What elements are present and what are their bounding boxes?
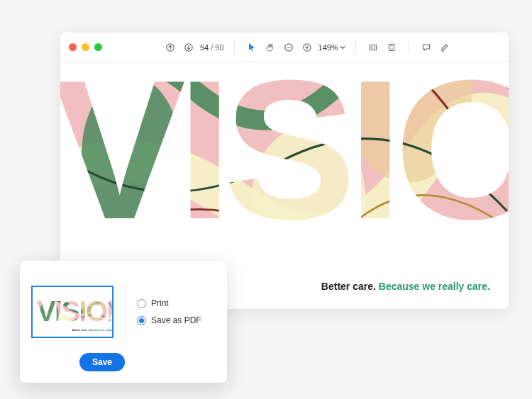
- output-options: Print Save as PDF: [137, 298, 201, 325]
- svg-rect-15: [60, 62, 509, 268]
- highlighter-icon[interactable]: [438, 40, 452, 55]
- radio-icon: [137, 316, 146, 325]
- page-indicator[interactable]: 54 / 90: [200, 43, 224, 52]
- radio-icon: [137, 299, 146, 308]
- toolbar: 54 / 90 149%: [60, 33, 509, 62]
- pointer-group: [245, 40, 277, 55]
- page-total: 90: [215, 43, 223, 52]
- zoom-in-icon[interactable]: [300, 40, 314, 55]
- zoom-out-icon[interactable]: [282, 40, 296, 55]
- radio-print[interactable]: Print: [137, 298, 201, 308]
- svg-rect-8: [389, 44, 394, 50]
- preview-thumbnail[interactable]: VISION Better care. Because we really ca…: [31, 286, 113, 338]
- close-window-icon[interactable]: [69, 43, 77, 51]
- svg-text:Better care.: Better care.: [72, 329, 87, 332]
- tagline-lead: Better care.: [321, 281, 379, 292]
- radio-save-pdf[interactable]: Save as PDF: [137, 315, 201, 325]
- chevron-down-icon: [340, 45, 345, 50]
- svg-text:Because we really care.: Because we really care.: [89, 329, 112, 332]
- page-current: 54: [200, 43, 209, 52]
- page-separator: /: [211, 43, 213, 52]
- fit-group: [366, 40, 399, 55]
- page-nav-group: 54 / 90: [163, 40, 224, 55]
- tagline: Better care. Because we really care.: [321, 281, 490, 292]
- hand-tool-icon[interactable]: [263, 40, 277, 55]
- comment-group: [419, 40, 452, 55]
- toolbar-separator: [234, 41, 235, 54]
- page-down-icon[interactable]: [182, 40, 196, 55]
- page-up-icon[interactable]: [163, 40, 177, 55]
- tagline-accent: Because we really care.: [379, 281, 490, 292]
- select-tool-icon[interactable]: [245, 40, 259, 55]
- save-button[interactable]: Save: [79, 353, 125, 371]
- window-controls: [69, 43, 102, 51]
- save-dialog: VISION Better care. Because we really ca…: [20, 261, 227, 383]
- maximize-window-icon[interactable]: [94, 43, 102, 51]
- dialog-footer: Save: [0, 353, 216, 373]
- toolbar-separator: [355, 41, 356, 54]
- dialog-separator: [125, 282, 126, 342]
- comment-icon[interactable]: [419, 40, 433, 55]
- fit-width-icon[interactable]: [366, 40, 380, 55]
- vision-artwork: VISION: [60, 62, 509, 268]
- zoom-value: 149%: [318, 43, 338, 52]
- toolbar-separator: [409, 41, 409, 54]
- dialog-body: VISION Better care. Because we really ca…: [31, 271, 216, 353]
- radio-print-label: Print: [151, 298, 169, 308]
- zoom-dropdown[interactable]: 149%: [318, 43, 345, 52]
- radio-save-pdf-label: Save as PDF: [151, 315, 201, 325]
- svg-rect-7: [370, 45, 376, 50]
- zoom-group: 149%: [282, 40, 345, 55]
- fit-page-icon[interactable]: [384, 40, 399, 55]
- minimize-window-icon[interactable]: [82, 43, 89, 51]
